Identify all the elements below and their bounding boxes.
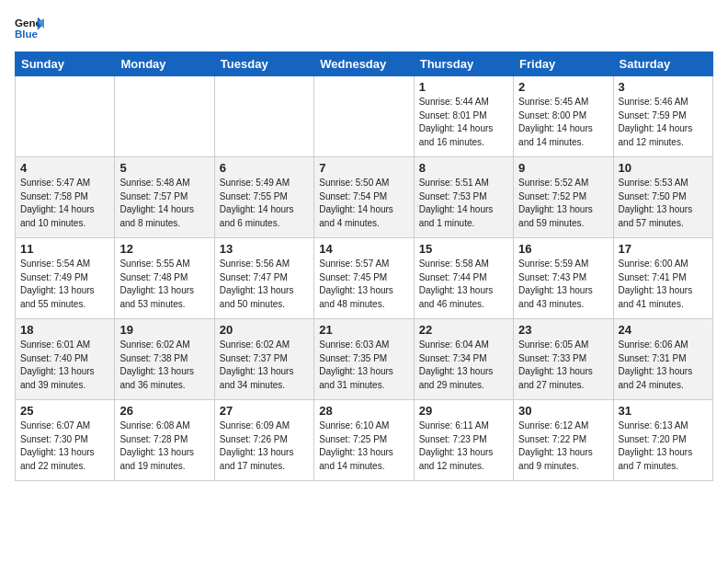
- day-number: 9: [518, 161, 608, 175]
- calendar-cell: [16, 76, 115, 157]
- day-number: 17: [619, 242, 708, 256]
- day-info: Sunrise: 6:08 AM Sunset: 7:28 PM Dayligh…: [119, 419, 209, 473]
- day-info: Sunrise: 5:58 AM Sunset: 7:44 PM Dayligh…: [419, 258, 508, 311]
- weekday-header-friday: Friday: [514, 52, 613, 76]
- calendar-cell: 19Sunrise: 6:02 AM Sunset: 7:38 PM Dayli…: [115, 319, 214, 400]
- day-info: Sunrise: 5:54 AM Sunset: 7:49 PM Dayligh…: [20, 258, 109, 311]
- day-number: 5: [119, 161, 209, 175]
- day-info: Sunrise: 5:51 AM Sunset: 7:53 PM Dayligh…: [419, 177, 508, 230]
- calendar-cell: [214, 76, 313, 157]
- calendar-week-5: 25Sunrise: 6:07 AM Sunset: 7:30 PM Dayli…: [16, 400, 713, 481]
- calendar-cell: 27Sunrise: 6:09 AM Sunset: 7:26 PM Dayli…: [214, 400, 313, 481]
- calendar-week-4: 18Sunrise: 6:01 AM Sunset: 7:40 PM Dayli…: [16, 319, 713, 400]
- calendar-cell: 11Sunrise: 5:54 AM Sunset: 7:49 PM Dayli…: [16, 238, 115, 319]
- calendar-cell: 4Sunrise: 5:47 AM Sunset: 7:58 PM Daylig…: [16, 157, 115, 238]
- day-info: Sunrise: 6:02 AM Sunset: 7:38 PM Dayligh…: [119, 339, 209, 392]
- day-number: 20: [220, 323, 309, 337]
- day-info: Sunrise: 6:04 AM Sunset: 7:34 PM Dayligh…: [419, 339, 508, 392]
- day-number: 16: [518, 242, 608, 256]
- weekday-header-monday: Monday: [115, 52, 214, 76]
- calendar-cell: 18Sunrise: 6:01 AM Sunset: 7:40 PM Dayli…: [16, 319, 115, 400]
- day-info: Sunrise: 6:05 AM Sunset: 7:33 PM Dayligh…: [518, 339, 608, 392]
- day-info: Sunrise: 5:47 AM Sunset: 7:58 PM Dayligh…: [20, 177, 109, 230]
- day-number: 26: [119, 404, 209, 418]
- calendar-cell: 29Sunrise: 6:11 AM Sunset: 7:23 PM Dayli…: [414, 400, 513, 481]
- day-number: 2: [518, 80, 608, 94]
- calendar-cell: 9Sunrise: 5:52 AM Sunset: 7:52 PM Daylig…: [514, 157, 613, 238]
- calendar-cell: 3Sunrise: 5:46 AM Sunset: 7:59 PM Daylig…: [613, 76, 712, 157]
- calendar-cell: 16Sunrise: 5:59 AM Sunset: 7:43 PM Dayli…: [514, 238, 613, 319]
- day-info: Sunrise: 5:46 AM Sunset: 7:59 PM Dayligh…: [619, 96, 708, 149]
- day-number: 22: [419, 323, 508, 337]
- calendar-week-1: 1Sunrise: 5:44 AM Sunset: 8:01 PM Daylig…: [16, 76, 713, 157]
- day-info: Sunrise: 6:07 AM Sunset: 7:30 PM Dayligh…: [20, 419, 109, 473]
- calendar-cell: 30Sunrise: 6:12 AM Sunset: 7:22 PM Dayli…: [514, 400, 613, 481]
- calendar-cell: 1Sunrise: 5:44 AM Sunset: 8:01 PM Daylig…: [414, 76, 513, 157]
- calendar-table: SundayMondayTuesdayWednesdayThursdayFrid…: [15, 52, 713, 481]
- day-number: 21: [319, 323, 408, 337]
- day-number: 12: [119, 242, 209, 256]
- day-info: Sunrise: 5:57 AM Sunset: 7:45 PM Dayligh…: [319, 258, 408, 311]
- day-info: Sunrise: 6:03 AM Sunset: 7:35 PM Dayligh…: [319, 339, 408, 392]
- calendar-cell: 13Sunrise: 5:56 AM Sunset: 7:47 PM Dayli…: [214, 238, 313, 319]
- weekday-header-tuesday: Tuesday: [214, 52, 313, 76]
- calendar-cell: 25Sunrise: 6:07 AM Sunset: 7:30 PM Dayli…: [16, 400, 115, 481]
- day-number: 7: [319, 161, 408, 175]
- day-info: Sunrise: 5:49 AM Sunset: 7:55 PM Dayligh…: [220, 177, 309, 230]
- calendar-cell: 15Sunrise: 5:58 AM Sunset: 7:44 PM Dayli…: [414, 238, 513, 319]
- calendar-cell: 20Sunrise: 6:02 AM Sunset: 7:37 PM Dayli…: [214, 319, 313, 400]
- calendar-cell: 10Sunrise: 5:53 AM Sunset: 7:50 PM Dayli…: [613, 157, 712, 238]
- calendar-cell: 28Sunrise: 6:10 AM Sunset: 7:25 PM Dayli…: [314, 400, 414, 481]
- calendar-cell: 12Sunrise: 5:55 AM Sunset: 7:48 PM Dayli…: [115, 238, 214, 319]
- day-info: Sunrise: 5:50 AM Sunset: 7:54 PM Dayligh…: [319, 177, 408, 230]
- day-info: Sunrise: 5:48 AM Sunset: 7:57 PM Dayligh…: [119, 177, 209, 230]
- calendar-cell: 22Sunrise: 6:04 AM Sunset: 7:34 PM Dayli…: [414, 319, 513, 400]
- logo: General Blue: [15, 15, 44, 40]
- calendar-cell: 24Sunrise: 6:06 AM Sunset: 7:31 PM Dayli…: [613, 319, 712, 400]
- calendar-cell: 7Sunrise: 5:50 AM Sunset: 7:54 PM Daylig…: [314, 157, 414, 238]
- day-number: 23: [518, 323, 608, 337]
- day-number: 6: [220, 161, 309, 175]
- calendar-week-2: 4Sunrise: 5:47 AM Sunset: 7:58 PM Daylig…: [16, 157, 713, 238]
- day-info: Sunrise: 5:55 AM Sunset: 7:48 PM Dayligh…: [119, 258, 209, 311]
- calendar-cell: 8Sunrise: 5:51 AM Sunset: 7:53 PM Daylig…: [414, 157, 513, 238]
- day-info: Sunrise: 6:13 AM Sunset: 7:20 PM Dayligh…: [619, 419, 708, 473]
- day-number: 4: [20, 161, 109, 175]
- logo-icon: General Blue: [15, 15, 44, 40]
- calendar-cell: 31Sunrise: 6:13 AM Sunset: 7:20 PM Dayli…: [613, 400, 712, 481]
- day-number: 11: [20, 242, 109, 256]
- day-number: 18: [20, 323, 109, 337]
- day-number: 24: [619, 323, 708, 337]
- calendar-cell: 17Sunrise: 6:00 AM Sunset: 7:41 PM Dayli…: [613, 238, 712, 319]
- calendar-cell: 6Sunrise: 5:49 AM Sunset: 7:55 PM Daylig…: [214, 157, 313, 238]
- day-info: Sunrise: 5:52 AM Sunset: 7:52 PM Dayligh…: [518, 177, 608, 230]
- calendar-cell: 2Sunrise: 5:45 AM Sunset: 8:00 PM Daylig…: [514, 76, 613, 157]
- day-number: 27: [220, 404, 309, 418]
- day-info: Sunrise: 5:45 AM Sunset: 8:00 PM Dayligh…: [518, 96, 608, 149]
- day-info: Sunrise: 5:53 AM Sunset: 7:50 PM Dayligh…: [619, 177, 708, 230]
- weekday-header-row: SundayMondayTuesdayWednesdayThursdayFrid…: [16, 52, 713, 76]
- day-info: Sunrise: 6:10 AM Sunset: 7:25 PM Dayligh…: [319, 419, 408, 473]
- day-number: 1: [419, 80, 508, 94]
- weekday-header-thursday: Thursday: [414, 52, 513, 76]
- day-number: 8: [419, 161, 508, 175]
- weekday-header-saturday: Saturday: [613, 52, 712, 76]
- day-info: Sunrise: 6:12 AM Sunset: 7:22 PM Dayligh…: [518, 419, 608, 473]
- calendar-cell: [314, 76, 414, 157]
- day-number: 14: [319, 242, 408, 256]
- day-info: Sunrise: 6:02 AM Sunset: 7:37 PM Dayligh…: [220, 339, 309, 392]
- day-info: Sunrise: 5:59 AM Sunset: 7:43 PM Dayligh…: [518, 258, 608, 311]
- svg-text:Blue: Blue: [15, 29, 39, 40]
- page-header: General Blue: [15, 15, 713, 40]
- calendar-cell: 14Sunrise: 5:57 AM Sunset: 7:45 PM Dayli…: [314, 238, 414, 319]
- calendar-cell: [115, 76, 214, 157]
- day-info: Sunrise: 6:11 AM Sunset: 7:23 PM Dayligh…: [419, 419, 508, 473]
- day-number: 30: [518, 404, 608, 418]
- day-info: Sunrise: 6:00 AM Sunset: 7:41 PM Dayligh…: [619, 258, 708, 311]
- calendar-cell: 21Sunrise: 6:03 AM Sunset: 7:35 PM Dayli…: [314, 319, 414, 400]
- day-info: Sunrise: 6:06 AM Sunset: 7:31 PM Dayligh…: [619, 339, 708, 392]
- day-number: 10: [619, 161, 708, 175]
- calendar-cell: 5Sunrise: 5:48 AM Sunset: 7:57 PM Daylig…: [115, 157, 214, 238]
- day-number: 31: [619, 404, 708, 418]
- day-info: Sunrise: 5:56 AM Sunset: 7:47 PM Dayligh…: [220, 258, 309, 311]
